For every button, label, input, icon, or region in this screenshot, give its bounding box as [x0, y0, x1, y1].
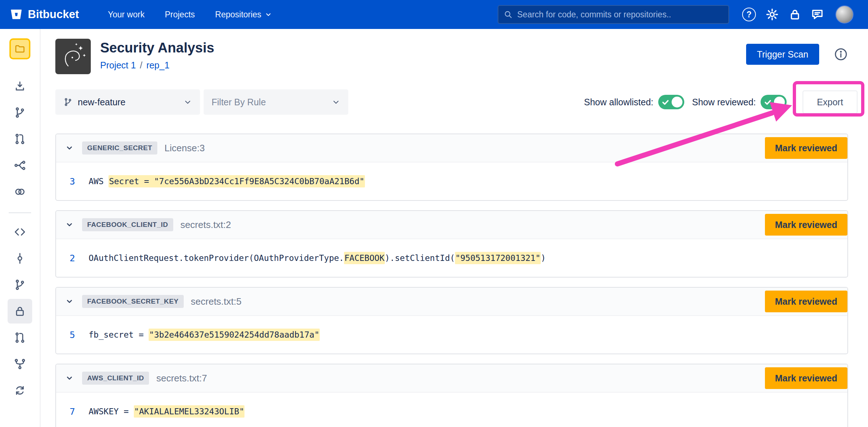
finding-card: FACEBOOK_CLIENT_ID secrets.txt:2 Mark re…	[55, 210, 848, 278]
sidebar-item-security[interactable]	[8, 299, 32, 324]
user-avatar[interactable]	[835, 5, 854, 24]
show-reviewed-label: Show reviewed:	[692, 97, 756, 107]
chevron-down-icon[interactable]	[65, 144, 73, 152]
code-text: fb_secret = "3b2e464637e5159024254dd78aa…	[89, 330, 320, 339]
pipelines-icon	[14, 159, 26, 172]
code-text: AWS Secret = "7ce556A3bD234Cc1Ff9E8A5C32…	[89, 177, 365, 186]
show-reviewed-toggle[interactable]	[761, 95, 787, 109]
sidebar-item-branches-2[interactable]	[8, 272, 32, 297]
code-brackets-icon	[14, 226, 26, 238]
deployments-icon	[14, 186, 26, 198]
chevron-down-icon	[265, 11, 272, 18]
page-header: Security Analysis Project 1 / rep_1 Trig…	[55, 39, 848, 74]
breadcrumb-repo-link[interactable]: rep_1	[146, 60, 170, 71]
finding-location: secrets.txt:2	[180, 219, 231, 231]
chevron-down-icon	[332, 98, 340, 106]
nav-projects[interactable]: Projects	[165, 10, 195, 20]
fork-icon	[14, 358, 26, 370]
repository-avatar[interactable]	[9, 38, 30, 59]
finding-header: FACEBOOK_CLIENT_ID secrets.txt:2 Mark re…	[56, 211, 847, 239]
mark-reviewed-button[interactable]: Mark reviewed	[765, 367, 847, 389]
nav-repositories[interactable]: Repositories	[215, 10, 272, 20]
sidebar-divider	[9, 212, 31, 213]
branch-icon	[63, 97, 73, 107]
repo-avatar-artwork	[55, 39, 91, 74]
finding-location: secrets.txt:5	[191, 296, 242, 307]
lock-icon	[788, 8, 801, 21]
show-allowlisted-label: Show allowlisted:	[584, 97, 654, 107]
feedback-button[interactable]	[811, 8, 824, 21]
pull-request-icon	[14, 331, 26, 344]
trigger-scan-button[interactable]: Trigger Scan	[746, 44, 819, 65]
nav-icon-group: ?	[742, 5, 854, 24]
settings-button[interactable]	[765, 8, 779, 21]
finding-card: GENERIC_SECRET License:3 Mark reviewed 3…	[55, 134, 848, 201]
chevron-down-icon[interactable]	[65, 221, 73, 229]
rule-badge: FACEBOOK_CLIENT_ID	[82, 218, 173, 231]
finding-header: FACEBOOK_SECRET_KEY secrets.txt:5 Mark r…	[56, 288, 847, 316]
finding-card: AWS_CLIENT_ID secrets.txt:7 Mark reviewe…	[55, 364, 848, 427]
breadcrumb-project-link[interactable]: Project 1	[100, 60, 136, 71]
bitbucket-mark-icon	[9, 8, 23, 21]
code-line: 2 OAuthClientRequest.tokenProvider(OAuth…	[56, 239, 847, 277]
export-button[interactable]: Export	[803, 90, 858, 114]
toggle-knob	[774, 97, 785, 107]
sidebar-item-commits[interactable]	[8, 246, 32, 271]
line-number: 2	[56, 253, 89, 263]
finding-header: AWS_CLIENT_ID secrets.txt:7 Mark reviewe…	[56, 364, 847, 393]
chevron-down-icon[interactable]	[65, 297, 73, 305]
sidebar-item-source[interactable]	[8, 220, 32, 244]
filter-row: new-feature Filter By Rule Show allowlis…	[55, 89, 848, 115]
code-line: 5 fb_secret = "3b2e464637e5159024254dd78…	[56, 316, 847, 354]
repository-sidebar	[0, 29, 41, 427]
search-input[interactable]	[517, 10, 723, 20]
line-number: 3	[56, 176, 89, 187]
sidebar-item-deployments[interactable]	[8, 179, 32, 204]
search-icon	[503, 10, 513, 19]
clone-icon	[14, 80, 26, 92]
title-block: Security Analysis Project 1 / rep_1	[100, 39, 214, 71]
breadcrumb: Project 1 / rep_1	[100, 60, 214, 71]
show-allowlisted-toggle[interactable]	[658, 95, 684, 109]
mark-reviewed-button[interactable]: Mark reviewed	[765, 137, 847, 159]
global-search	[498, 5, 729, 24]
findings-list: GENERIC_SECRET License:3 Mark reviewed 3…	[55, 134, 848, 427]
sidebar-item-pull-requests[interactable]	[8, 127, 32, 151]
header-actions: Trigger Scan	[746, 44, 848, 65]
lock-icon	[14, 305, 26, 317]
nav-links: Your work Projects Repositories	[108, 10, 272, 20]
toggle-knob	[672, 97, 682, 107]
toggle-group: Show allowlisted: Show reviewed: Export	[584, 90, 848, 114]
chevron-down-icon[interactable]	[65, 374, 73, 382]
mark-reviewed-button[interactable]: Mark reviewed	[765, 291, 847, 312]
rule-filter-selector[interactable]: Filter By Rule	[204, 89, 348, 115]
rule-filter-placeholder: Filter By Rule	[212, 97, 327, 107]
mark-reviewed-button[interactable]: Mark reviewed	[765, 214, 847, 236]
bitbucket-logo[interactable]: Bitbucket	[9, 8, 79, 21]
sync-icon	[14, 384, 26, 397]
main-content: Security Analysis Project 1 / rep_1 Trig…	[41, 0, 868, 427]
sidebar-item-branches[interactable]	[8, 100, 32, 125]
nav-repositories-label: Repositories	[215, 10, 261, 20]
line-number: 5	[56, 330, 89, 340]
sidebar-item-clone[interactable]	[8, 74, 32, 98]
code-line: 3 AWS Secret = "7ce556A3bD234Cc1Ff9E8A5C…	[56, 162, 847, 200]
security-nav-button[interactable]	[788, 8, 801, 21]
sidebar-item-sync[interactable]	[8, 378, 32, 403]
code-text: AWSKEY = "AKIALALEMEL33243OLIB"	[89, 407, 244, 416]
sidebar-item-pull-requests-2[interactable]	[8, 325, 32, 350]
info-icon[interactable]	[834, 47, 848, 62]
branch-selector[interactable]: new-feature	[55, 89, 200, 115]
sidebar-item-forks[interactable]	[8, 352, 32, 376]
help-icon: ?	[742, 8, 756, 21]
finding-header: GENERIC_SECRET License:3 Mark reviewed	[56, 134, 847, 162]
help-button[interactable]: ?	[742, 8, 756, 21]
breadcrumb-separator: /	[140, 60, 142, 71]
sidebar-item-pipelines[interactable]	[8, 153, 32, 178]
nav-your-work[interactable]: Your work	[108, 10, 144, 20]
pull-request-icon	[14, 133, 26, 145]
line-number: 7	[56, 406, 89, 417]
gear-icon	[765, 8, 779, 21]
rule-badge: FACEBOOK_SECRET_KEY	[82, 295, 184, 308]
branch-icon	[14, 279, 26, 291]
